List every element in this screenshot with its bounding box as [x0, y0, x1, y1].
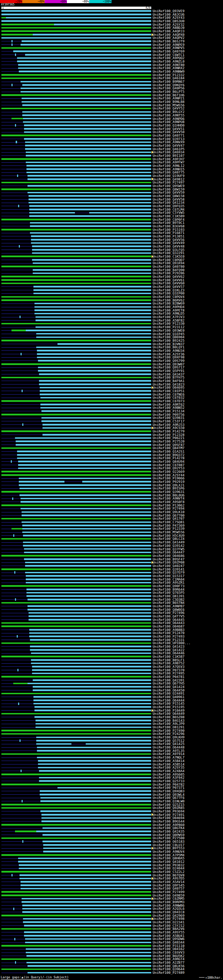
hit-row[interactable]: UniRef100_Q42435: [0, 830, 223, 833]
alignment-plot[interactable]: [2, 894, 151, 897]
alignment-plot[interactable]: [2, 97, 151, 100]
alignment-plot[interactable]: [2, 409, 151, 413]
alignment-plot[interactable]: [2, 406, 151, 409]
hit-row[interactable]: UniRef100_B7FH75: [0, 376, 223, 379]
alignment-plot[interactable]: [2, 282, 151, 285]
hit-row[interactable]: UniRef100_C0IP51: [0, 389, 223, 393]
alignment-plot[interactable]: [2, 507, 151, 510]
alignment-plot[interactable]: [2, 329, 151, 332]
hit-row[interactable]: UniRef100_A9PJH7: [0, 158, 223, 161]
alignment-plot[interactable]: [2, 964, 151, 968]
alignment-plot[interactable]: [2, 386, 151, 389]
alignment-plot[interactable]: [2, 605, 151, 608]
alignment-plot[interactable]: [2, 420, 151, 423]
hit-row[interactable]: UniRef100_Q4VV57: [0, 285, 223, 288]
hit-row[interactable]: UniRef100_Q9SF87: [0, 443, 223, 447]
hit-row[interactable]: UniRef100_Q40780: [0, 265, 223, 268]
hit-row[interactable]: UniRef100_B6TQV8: [0, 873, 223, 877]
alignment-plot[interactable]: [2, 124, 151, 127]
hit-row[interactable]: UniRef100_A2SY35: [0, 766, 223, 769]
hit-row[interactable]: UniRef100_Q40344: [0, 941, 223, 944]
alignment-plot[interactable]: [2, 235, 151, 238]
alignment-plot[interactable]: [2, 396, 151, 399]
hit-row[interactable]: UniRef100_A7NQL7: [0, 756, 223, 759]
hit-row[interactable]: UniRef100_Q9XQB3: [0, 789, 223, 793]
hit-row[interactable]: UniRef100_P12330: [0, 322, 223, 325]
hit-row[interactable]: UniRef100_A4QPV2: [0, 36, 223, 40]
hit-row[interactable]: UniRef100_A5BU41: [0, 934, 223, 938]
hit-row[interactable]: UniRef100_B8A2V6: [0, 927, 223, 931]
alignment-plot[interactable]: [2, 736, 151, 739]
hit-row[interactable]: UniRef100_C5YJ12: [0, 924, 223, 928]
alignment-plot[interactable]: [2, 46, 151, 50]
hit-row[interactable]: UniRef100_C5IF17: [0, 420, 223, 423]
alignment-plot[interactable]: [2, 951, 151, 954]
hit-row[interactable]: UniRef100_B6LPT5: [0, 90, 223, 94]
alignment-plot[interactable]: [2, 749, 151, 752]
alignment-plot[interactable]: [2, 480, 151, 484]
alignment-plot[interactable]: [2, 164, 151, 167]
hit-row[interactable]: UniRef100_C5Z2L2: [0, 870, 223, 873]
hit-row[interactable]: UniRef100_C6TD73: [0, 399, 223, 403]
hit-row[interactable]: UniRef100_Q4T7V5: [0, 615, 223, 618]
hit-row[interactable]: UniRef100_B9RN67: [0, 80, 223, 83]
hit-row[interactable]: UniRef100_Q43437: [0, 373, 223, 376]
hit-row[interactable]: UniRef100_Q40775: [0, 171, 223, 174]
alignment-plot[interactable]: [2, 638, 151, 642]
alignment-plot[interactable]: [2, 211, 151, 215]
hit-row[interactable]: UniRef100_P12332: [0, 73, 223, 77]
alignment-plot[interactable]: [2, 167, 151, 171]
hit-row[interactable]: UniRef100_Q81391: [0, 595, 223, 598]
hit-row[interactable]: UniRef100_Q4VV59: [0, 191, 223, 194]
hit-row[interactable]: UniRef100_Q19UF9: [0, 174, 223, 178]
hit-row[interactable]: UniRef100_Q9LXJ1: [0, 484, 223, 487]
alignment-plot[interactable]: [2, 67, 151, 70]
hit-row[interactable]: UniRef100_A4QPJ3: [0, 30, 223, 33]
hit-row[interactable]: UniRef100_P93032: [0, 864, 223, 867]
hit-row[interactable]: UniRef100_Q8H0A5: [0, 857, 223, 860]
hit-row[interactable]: UniRef100_P06221: [0, 436, 223, 440]
alignment-plot[interactable]: [2, 178, 151, 181]
hit-row[interactable]: UniRef100_O64450: [0, 689, 223, 692]
hit-row[interactable]: UniRef100_Q39713: [0, 137, 223, 141]
hit-row[interactable]: UniRef100_C7SQ81: [0, 520, 223, 524]
alignment-plot[interactable]: [2, 803, 151, 807]
alignment-plot[interactable]: [2, 514, 151, 517]
alignment-plot[interactable]: [2, 87, 151, 90]
hit-row[interactable]: UniRef100_Q15317: [0, 574, 223, 578]
hit-row[interactable]: UniRef100_O64448: [0, 746, 223, 749]
alignment-plot[interactable]: [2, 769, 151, 773]
hit-row[interactable]: UniRef100_Q9S799: [0, 359, 223, 363]
alignment-plot[interactable]: [2, 810, 151, 813]
alignment-plot[interactable]: [2, 504, 151, 507]
alignment-plot[interactable]: [2, 446, 151, 450]
hit-row[interactable]: UniRef100_B3VN37: [0, 342, 223, 346]
hit-row[interactable]: UniRef100_A8JCU6: [0, 13, 223, 16]
hit-row[interactable]: UniRef100_P29206: [0, 272, 223, 275]
alignment-plot[interactable]: [2, 221, 151, 224]
alignment-plot[interactable]: [2, 534, 151, 538]
hit-row[interactable]: UniRef100_Q41234: [0, 201, 223, 204]
alignment-plot[interactable]: [2, 33, 151, 37]
alignment-plot[interactable]: [2, 40, 151, 43]
alignment-plot[interactable]: [2, 756, 151, 759]
alignment-plot[interactable]: [2, 927, 151, 931]
alignment-plot[interactable]: [2, 954, 151, 958]
alignment-plot[interactable]: [2, 625, 151, 628]
alignment-plot[interactable]: [2, 460, 151, 463]
alignment-plot[interactable]: [2, 76, 151, 80]
alignment-plot[interactable]: [2, 759, 151, 763]
hit-row[interactable]: UniRef100_Q46184: [0, 76, 223, 80]
hit-row[interactable]: UniRef100_Q9FS45: [0, 884, 223, 887]
hit-row[interactable]: UniRef100_A9NZL0: [0, 60, 223, 63]
alignment-plot[interactable]: [2, 574, 151, 578]
hit-row[interactable]: UniRef100_A9SZR1: [0, 581, 223, 584]
hit-row[interactable]: UniRef100_Q765P5: [0, 591, 223, 595]
alignment-plot[interactable]: [2, 944, 151, 948]
hit-row[interactable]: UniRef100_A9NL12: [0, 164, 223, 167]
hit-row[interactable]: UniRef100_A9PFW7: [0, 161, 223, 164]
alignment-plot[interactable]: [2, 550, 151, 554]
hit-row[interactable]: UniRef100_Q0PWS9: [0, 833, 223, 837]
alignment-plot[interactable]: [2, 383, 151, 386]
alignment-plot[interactable]: [2, 430, 151, 433]
